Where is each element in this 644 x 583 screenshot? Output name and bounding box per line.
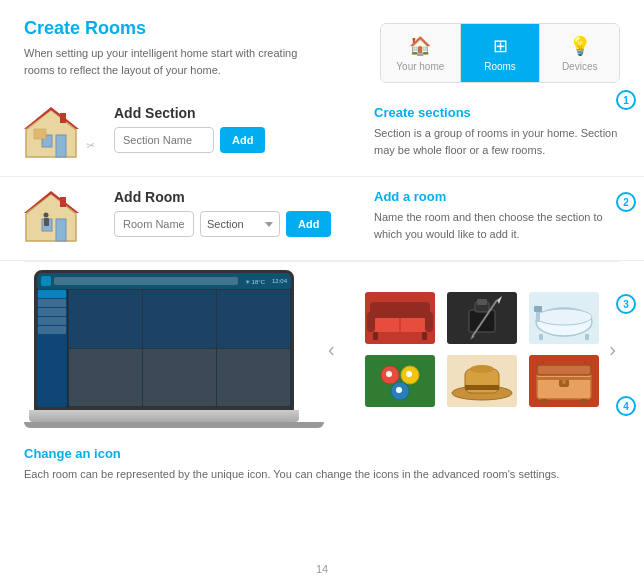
svg-rect-52 — [537, 377, 591, 380]
svg-rect-54 — [581, 399, 587, 404]
add-section-icon-container: ✂ — [24, 105, 89, 164]
change-icon-section: Change an icon Each room can be represen… — [0, 434, 644, 495]
svg-point-46 — [470, 365, 494, 373]
add-room-button[interactable]: Add — [286, 211, 331, 237]
room-name-input[interactable] — [114, 211, 194, 237]
page-description: When setting up your intelligent home st… — [24, 45, 324, 78]
room-icon-pen[interactable] — [446, 290, 518, 345]
screen-time: 12:04 — [272, 278, 287, 284]
room-icon-chest[interactable] — [528, 353, 600, 408]
laptop-container: ☀ 18°C 12:04 — [24, 270, 304, 428]
icons-row-2 — [344, 353, 620, 408]
svg-point-51 — [562, 380, 566, 384]
svg-point-37 — [386, 371, 392, 377]
add-room-right: Add a room Name the room and then choose… — [374, 189, 620, 242]
page-number: 14 — [0, 563, 644, 575]
svg-marker-0 — [26, 110, 76, 157]
nav-label-your-home: Your home — [396, 61, 444, 72]
add-section-inputs: Add — [114, 127, 265, 153]
house-icon-section — [24, 105, 79, 160]
svg-rect-49 — [537, 365, 591, 375]
sidebar-item-1 — [38, 290, 66, 298]
svg-rect-17 — [425, 312, 433, 332]
svg-point-11 — [44, 213, 49, 218]
svg-rect-24 — [477, 299, 487, 305]
screen-grid — [37, 289, 291, 407]
header-left: Create Rooms When setting up your intell… — [24, 18, 324, 78]
room-icon-billiard[interactable] — [364, 353, 436, 408]
svg-marker-6 — [26, 194, 76, 241]
arrow-right-button[interactable]: › — [609, 338, 616, 361]
add-section-button[interactable]: Add — [220, 127, 265, 153]
nav-item-your-home[interactable]: 🏠 Your home — [381, 24, 461, 82]
screen-nav-icon — [41, 276, 51, 286]
svg-point-30 — [536, 309, 592, 325]
billiard-svg — [365, 355, 435, 407]
screen-cell-3 — [217, 290, 290, 348]
page: Create Rooms When setting up your intell… — [0, 0, 644, 583]
create-sections-title: Create sections — [374, 105, 620, 120]
svg-rect-5 — [34, 129, 46, 139]
svg-rect-45 — [465, 385, 499, 390]
room-icon-bath[interactable] — [528, 290, 600, 345]
screen-top-bar: ☀ 18°C 12:04 — [37, 273, 291, 289]
laptop-screen: ☀ 18°C 12:04 — [34, 270, 294, 410]
chest-svg — [529, 355, 599, 407]
nav-item-devices[interactable]: 💡 Devices — [540, 24, 619, 82]
hat-svg — [447, 355, 517, 407]
svg-point-39 — [406, 371, 412, 377]
svg-rect-9 — [56, 219, 66, 241]
divider — [24, 261, 620, 262]
rooms-icon: ⊞ — [493, 35, 508, 57]
sidebar-item-4 — [38, 317, 66, 325]
nav-label-rooms: Rooms — [484, 61, 516, 72]
add-room-row: Add Room Section Add Add a room Name the… — [0, 177, 644, 261]
screen-main — [68, 289, 291, 407]
nav-item-rooms[interactable]: ⊞ Rooms — [461, 24, 541, 82]
svg-rect-34 — [585, 334, 589, 340]
devices-icon: 💡 — [569, 35, 591, 57]
add-section-row: ✂ Add Section Add — [0, 93, 644, 177]
header: Create Rooms When setting up your intell… — [0, 0, 644, 93]
screen-address-bar — [54, 277, 238, 285]
icons-row-1 — [344, 290, 620, 345]
svg-point-41 — [396, 387, 402, 393]
room-icon-sofa[interactable] — [364, 290, 436, 345]
section-name-input[interactable] — [114, 127, 214, 153]
svg-rect-19 — [422, 332, 427, 340]
add-room-title: Add a room — [374, 189, 620, 204]
screen-sidebar — [37, 289, 67, 407]
add-section-left: Add Section Add — [114, 105, 354, 153]
screen-cell-1 — [69, 290, 142, 348]
add-room-inputs: Section Add — [114, 211, 331, 237]
section-select[interactable]: Section — [200, 211, 280, 237]
pen-svg — [447, 292, 517, 344]
svg-rect-16 — [367, 312, 375, 332]
icons-area: ‹ › — [324, 270, 620, 428]
screen-cell-2 — [143, 290, 216, 348]
screen-cell-6 — [217, 349, 290, 407]
house-icon-room — [24, 189, 79, 244]
sidebar-item-2 — [38, 299, 66, 307]
add-room-desc: Name the room and then choose the sectio… — [374, 209, 620, 242]
add-section-heading: Add Section — [114, 105, 196, 121]
screen-weather-widget: ☀ 18°C — [245, 278, 265, 285]
change-icon-desc: Each room can be represented by the uniq… — [24, 466, 620, 483]
create-sections-desc: Section is a group of rooms in your home… — [374, 125, 620, 158]
room-icon-hat[interactable] — [446, 353, 518, 408]
scissors-icon: ✂ — [85, 138, 96, 152]
bottom-section: ☀ 18°C 12:04 — [0, 270, 644, 428]
add-room-icon-container — [24, 189, 89, 248]
screen-cell-5 — [143, 349, 216, 407]
step-2: 2 — [616, 192, 636, 212]
add-section-wrapper: ✂ Add Section Add — [0, 93, 644, 177]
svg-rect-33 — [539, 334, 543, 340]
sidebar-item-5 — [38, 326, 66, 334]
add-room-left: Add Room Section Add — [114, 189, 354, 237]
laptop-foot — [24, 422, 324, 428]
your-home-icon: 🏠 — [409, 35, 431, 57]
arrow-left-button[interactable]: ‹ — [328, 338, 335, 361]
svg-rect-12 — [44, 218, 49, 226]
svg-rect-18 — [373, 332, 378, 340]
bath-svg — [529, 292, 599, 344]
